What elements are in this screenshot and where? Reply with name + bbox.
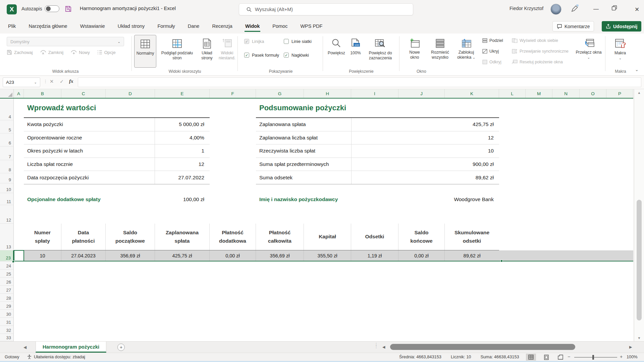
autosave-control[interactable]: Autozapis xyxy=(21,5,59,12)
extra-payments-value[interactable]: 100,00 zł xyxy=(155,196,210,202)
schedule-data-cell[interactable]: 355,50 zł xyxy=(304,250,351,261)
hscroll-handle[interactable]: ⋮⋮ xyxy=(374,343,378,348)
autosave-toggle[interactable] xyxy=(45,5,59,12)
row-header[interactable]: 8 xyxy=(0,160,13,173)
view-page-layout-icon[interactable] xyxy=(541,354,551,361)
normal-view-button[interactable]: Normalny xyxy=(134,35,156,68)
row-header[interactable]: 9 xyxy=(0,173,13,183)
sheet-view-dropdown[interactable]: Domyślny⌄ xyxy=(7,37,124,46)
schedule-header-cell[interactable]: Płatność całkowita xyxy=(256,224,304,250)
row-header[interactable]: 31 xyxy=(0,318,13,326)
comments-button[interactable]: Komentarze xyxy=(552,21,594,32)
schedule-header-cell[interactable]: Kapitał xyxy=(304,224,351,250)
zoom-button[interactable]: Powiększ xyxy=(326,35,347,56)
status-average[interactable]: Średnia: 4663,843153 xyxy=(399,354,441,359)
select-all-corner[interactable] xyxy=(0,89,14,98)
show-checkbox[interactable]: Linijka xyxy=(244,39,284,44)
switch-windows-button[interactable]: Przełącz okna ⌄ xyxy=(576,35,602,60)
scroll-down-icon[interactable]: ▼ xyxy=(634,335,644,341)
restore-button[interactable] xyxy=(611,5,617,11)
extra-payments-row[interactable]: Opcjonalne dodatkowe spłaty 100,00 zł xyxy=(24,194,210,205)
minimize-button[interactable]: — xyxy=(591,6,601,12)
sheet-view-options-button[interactable]: Opcje xyxy=(97,50,116,55)
ribbon-tab[interactable]: Wstawianie xyxy=(79,20,106,32)
reset-window-position-button[interactable]: Resetuj położenie okna xyxy=(512,60,563,64)
hscroll-left-icon[interactable]: ◀ xyxy=(382,345,385,349)
ribbon-tab[interactable]: Dane xyxy=(187,20,200,32)
input-value[interactable]: 12 xyxy=(155,158,210,171)
input-value[interactable]: 5 000,00 zł xyxy=(155,118,210,131)
scroll-up-icon[interactable]: ▲ xyxy=(634,89,644,96)
schedule-header-cell[interactable]: Płatność dodatkowa xyxy=(210,224,256,250)
summary-row[interactable]: Zaplanowana liczba spłat 12 xyxy=(256,131,499,145)
hide-button[interactable]: Ukryj xyxy=(482,49,499,54)
schedule-data-cell[interactable]: 0,00 zł xyxy=(210,250,256,261)
search-box[interactable]: Wyszukaj (Alt+M) xyxy=(239,3,413,15)
row-header[interactable]: 32 xyxy=(0,326,13,334)
status-count[interactable]: Licznik: 10 xyxy=(451,354,471,359)
schedule-data-cell[interactable]: 356,69 zł xyxy=(256,250,304,261)
ribbon-tab[interactable]: WPS PDF xyxy=(300,20,323,32)
hscroll-right-icon[interactable]: ▶ xyxy=(629,345,632,349)
show-checkbox[interactable]: Pasek formuły xyxy=(244,53,284,58)
view-side-by-side-button[interactable]: Wyświetl obok siebie xyxy=(512,38,558,43)
view-page-break-icon[interactable] xyxy=(555,354,566,361)
status-sum[interactable]: Suma: 46638,43153 xyxy=(480,354,519,359)
column-header[interactable]: B xyxy=(24,89,61,98)
exit-sheet-view-button[interactable]: Zamknij xyxy=(40,50,64,55)
schedule-data-cell[interactable]: 0,00 zł xyxy=(398,250,445,261)
summary-value[interactable]: 10 xyxy=(351,144,499,158)
split-button[interactable]: Podziel xyxy=(482,38,503,43)
row-header[interactable]: 25 xyxy=(0,269,13,278)
fill-handle[interactable] xyxy=(12,260,14,263)
ribbon-tab[interactable]: Pomoc xyxy=(272,20,288,32)
summary-value[interactable]: 89,62 zł xyxy=(351,171,499,184)
name-box[interactable]: A23⌄ xyxy=(3,77,40,87)
vertical-scrollbar[interactable]: ▲ ▼ xyxy=(634,89,644,341)
row-header[interactable]: 30 xyxy=(0,310,13,318)
ribbon-tab[interactable]: Układ strony xyxy=(117,20,146,32)
zoom-to-selection-button[interactable]: Powiększ do zaznaczenia xyxy=(364,35,397,60)
schedule-data-cell[interactable]: 89,62 zł xyxy=(445,250,499,261)
row-header[interactable]: 5 xyxy=(0,120,13,133)
sheet-tab-active[interactable]: Harmonogram pożyczki xyxy=(36,342,106,353)
collapse-ribbon-icon[interactable]: ⌄ xyxy=(635,67,639,72)
page-break-preview-button[interactable]: Podgląd podziału stron xyxy=(158,35,196,60)
arrange-all-button[interactable]: Rozmieść wszystko xyxy=(427,35,453,60)
schedule-header-cell[interactable]: Skumulowane odsetki xyxy=(445,224,499,250)
summary-row[interactable]: Suma spłat przedterminowych 900,00 zł xyxy=(256,158,499,171)
column-header[interactable]: G xyxy=(256,89,304,98)
input-row[interactable]: Kwota pożyczki 5 000,00 zł xyxy=(24,118,210,131)
schedule-header-cell[interactable]: Zaplanowana spłata xyxy=(155,224,210,250)
row-header[interactable]: 11 xyxy=(0,193,13,205)
sheet-nav-left-icon[interactable]: ◀ xyxy=(23,345,26,350)
zoom-percentage[interactable]: 100% xyxy=(627,354,638,359)
fill-handle[interactable] xyxy=(500,260,503,262)
unhide-button[interactable]: Odkryj xyxy=(482,60,501,64)
row-header[interactable]: 7 xyxy=(0,146,13,160)
schedule-data-cell[interactable]: 10 xyxy=(24,250,61,261)
column-header[interactable]: F xyxy=(210,89,256,98)
zoom-slider-track[interactable] xyxy=(574,357,617,358)
row-header[interactable]: 26 xyxy=(0,278,13,286)
input-value[interactable]: 27.07.2022 xyxy=(155,171,210,184)
ribbon-tab[interactable]: Widok xyxy=(245,20,260,32)
share-button[interactable]: Udostępnij xyxy=(602,21,641,32)
cancel-icon[interactable]: ✕ xyxy=(50,79,54,84)
ribbon-tab[interactable]: Recenzja xyxy=(211,20,233,32)
ribbon-tab[interactable]: Narzędzia główne xyxy=(28,20,68,32)
active-cell-a23[interactable] xyxy=(14,250,24,261)
column-header[interactable]: I xyxy=(351,89,398,98)
column-header[interactable]: K xyxy=(445,89,499,98)
column-header[interactable]: L xyxy=(499,89,526,98)
input-value[interactable]: 4,00% xyxy=(155,131,210,144)
schedule-header-cell[interactable]: Saldo początkowe xyxy=(106,224,155,250)
schedule-header-cell[interactable]: Numer spłaty xyxy=(24,224,61,250)
summary-value[interactable]: 425,75 zł xyxy=(351,118,499,131)
row-header[interactable]: 10 xyxy=(0,183,13,193)
formula-bar-handle[interactable]: ⋮ xyxy=(43,79,48,84)
summary-row[interactable]: Zaplanowana spłata 425,75 zł xyxy=(256,118,499,131)
zoom-slider-thumb[interactable] xyxy=(592,355,594,360)
column-header[interactable]: M xyxy=(526,89,552,98)
freeze-panes-button[interactable]: * Zablokuj okienka ⌄ xyxy=(454,35,478,60)
